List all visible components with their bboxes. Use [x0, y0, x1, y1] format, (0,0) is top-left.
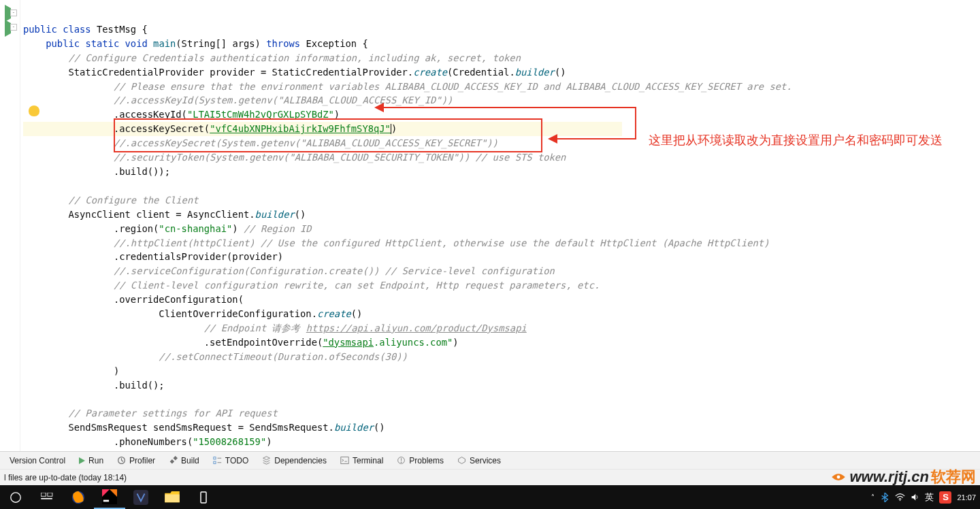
- svg-marker-9: [459, 457, 466, 464]
- tool-version-control[interactable]: Version Control: [3, 452, 72, 469]
- fold-icon[interactable]: -: [10, 24, 17, 31]
- taskbar-app[interactable]: [188, 485, 219, 509]
- tool-problems[interactable]: Problems: [390, 452, 451, 469]
- annotation-text: 这里把从环境读取改为直接设置用户名和密码即可发送: [649, 133, 943, 148]
- play-icon: [79, 457, 85, 464]
- checklist-icon: [213, 456, 222, 465]
- tool-build[interactable]: Build: [162, 452, 206, 469]
- svg-point-8: [401, 462, 402, 463]
- svg-point-11: [11, 492, 20, 502]
- annotation-arrow: [378, 107, 636, 108]
- taskbar-app-intellij[interactable]: [94, 485, 125, 509]
- hammer-icon: [169, 456, 178, 465]
- tool-terminal[interactable]: Terminal: [333, 452, 390, 469]
- svg-point-21: [900, 500, 901, 502]
- tool-profiler[interactable]: Profiler: [110, 452, 162, 469]
- editor-gutter: - -: [0, 0, 20, 451]
- warning-icon: [397, 456, 406, 465]
- svg-point-10: [837, 476, 840, 479]
- logo-icon: [830, 468, 847, 486]
- fold-icon[interactable]: -: [10, 10, 17, 16]
- svg-rect-13: [48, 493, 52, 496]
- ime-indicator[interactable]: 英: [925, 491, 934, 504]
- task-view-icon[interactable]: [31, 485, 63, 509]
- svg-rect-14: [41, 497, 52, 499]
- svg-rect-5: [341, 457, 348, 464]
- lightbulb-icon[interactable]: [29, 105, 39, 116]
- terminal-icon: [340, 456, 349, 465]
- svg-rect-18: [133, 490, 148, 505]
- svg-rect-17: [103, 499, 109, 502]
- tray-chevron-icon[interactable]: ˄: [871, 493, 875, 501]
- tool-dependencies[interactable]: Dependencies: [255, 452, 333, 469]
- start-button[interactable]: [0, 485, 31, 509]
- system-tray: ˄ 英 S 21:07: [871, 485, 980, 509]
- bluetooth-icon[interactable]: [880, 493, 889, 502]
- watermark: www.rjtj.cn 软荐网: [830, 467, 976, 487]
- profiler-icon: [117, 456, 126, 465]
- svg-rect-20: [201, 492, 206, 503]
- tool-run[interactable]: Run: [72, 452, 110, 469]
- volume-icon[interactable]: [911, 493, 919, 502]
- tool-services[interactable]: Services: [451, 452, 508, 469]
- annotation-box: [114, 118, 542, 152]
- wifi-icon[interactable]: [895, 493, 905, 502]
- annotation-arrow: [551, 138, 636, 139]
- services-icon: [457, 456, 466, 465]
- tool-todo[interactable]: TODO: [206, 452, 255, 469]
- svg-rect-1: [214, 457, 216, 459]
- windows-taskbar: ˄ 英 S 21:07: [0, 485, 980, 509]
- svg-rect-19: [165, 494, 180, 502]
- stack-icon: [262, 456, 271, 465]
- taskbar-app[interactable]: [125, 485, 157, 509]
- svg-rect-12: [41, 493, 46, 496]
- clock[interactable]: 21:07: [957, 493, 976, 502]
- taskbar-app-explorer[interactable]: [157, 485, 188, 509]
- code-content[interactable]: public class TestMsg { public static voi…: [20, 0, 980, 451]
- code-editor[interactable]: - - public class TestMsg { public static…: [0, 0, 980, 451]
- svg-rect-2: [214, 461, 216, 463]
- taskbar-app-firefox[interactable]: [63, 485, 94, 509]
- status-message: l files are up-to-date (today 18:14): [4, 473, 127, 482]
- sogou-ime-icon[interactable]: S: [939, 491, 951, 504]
